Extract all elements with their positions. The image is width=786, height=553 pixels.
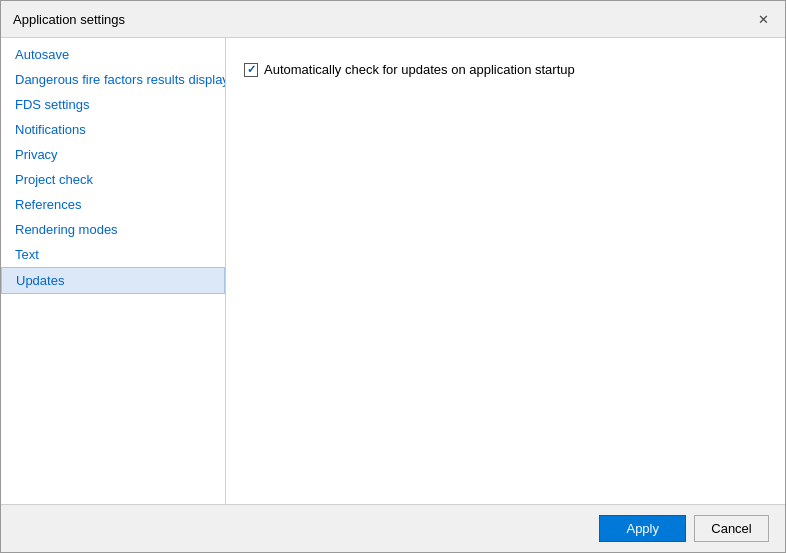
dialog-footer: Apply Cancel xyxy=(1,504,785,552)
sidebar-item-references[interactable]: References xyxy=(1,192,225,217)
close-icon: ✕ xyxy=(758,12,769,27)
dialog-body: AutosaveDangerous fire factors results d… xyxy=(1,38,785,504)
auto-update-label[interactable]: Automatically check for updates on appli… xyxy=(264,62,575,77)
sidebar-item-updates[interactable]: Updates xyxy=(1,267,225,294)
close-button[interactable]: ✕ xyxy=(753,9,773,29)
cancel-button[interactable]: Cancel xyxy=(694,515,769,542)
sidebar-item-autosave[interactable]: Autosave xyxy=(1,42,225,67)
auto-update-checkbox[interactable] xyxy=(244,63,258,77)
sidebar-item-dangerous-fire-factors[interactable]: Dangerous fire factors results display xyxy=(1,67,225,92)
sidebar-item-notifications[interactable]: Notifications xyxy=(1,117,225,142)
application-settings-dialog: Application settings ✕ AutosaveDangerous… xyxy=(0,0,786,553)
sidebar-item-project-check[interactable]: Project check xyxy=(1,167,225,192)
sidebar: AutosaveDangerous fire factors results d… xyxy=(1,38,226,504)
apply-button[interactable]: Apply xyxy=(599,515,686,542)
sidebar-item-privacy[interactable]: Privacy xyxy=(1,142,225,167)
dialog-title: Application settings xyxy=(13,12,125,27)
sidebar-item-text[interactable]: Text xyxy=(1,242,225,267)
title-bar: Application settings ✕ xyxy=(1,1,785,38)
sidebar-item-rendering-modes[interactable]: Rendering modes xyxy=(1,217,225,242)
content-area: Automatically check for updates on appli… xyxy=(226,38,785,504)
auto-update-row: Automatically check for updates on appli… xyxy=(244,62,767,77)
sidebar-item-fds-settings[interactable]: FDS settings xyxy=(1,92,225,117)
